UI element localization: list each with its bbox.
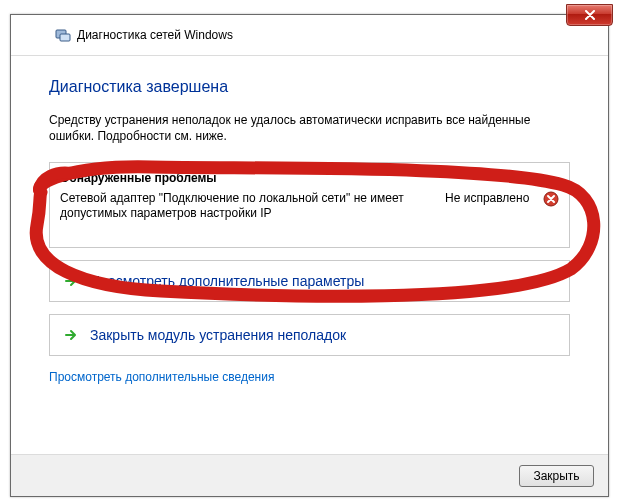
view-more-option[interactable]: Просмотреть дополнительные параметры bbox=[49, 260, 570, 302]
header-title: Диагностика сетей Windows bbox=[77, 28, 233, 42]
close-troubleshooter-option[interactable]: Закрыть модуль устранения неполадок bbox=[49, 314, 570, 356]
troubleshooter-window: Диагностика сетей Windows Диагностика за… bbox=[10, 14, 609, 497]
view-details-link[interactable]: Просмотреть дополнительные сведения bbox=[49, 370, 274, 384]
problem-status: Не исправлено bbox=[445, 191, 537, 205]
problems-panel: Обнаруженные проблемы Сетевой адаптер "П… bbox=[49, 162, 570, 248]
problem-description: Сетевой адаптер "Подключение по локально… bbox=[60, 191, 445, 221]
arrow-right-icon bbox=[62, 327, 80, 343]
svg-rect-1 bbox=[60, 34, 70, 41]
diagnostics-icon bbox=[55, 27, 71, 43]
problems-heading: Обнаруженные проблемы bbox=[60, 171, 559, 185]
content-area: Диагностика завершена Средству устранени… bbox=[11, 56, 608, 454]
footer-bar: Закрыть bbox=[11, 454, 608, 496]
view-more-label: Просмотреть дополнительные параметры bbox=[90, 273, 364, 289]
page-title: Диагностика завершена bbox=[49, 78, 570, 96]
close-button[interactable]: Закрыть bbox=[519, 465, 594, 487]
header-bar: Диагностика сетей Windows bbox=[11, 15, 608, 56]
arrow-right-icon bbox=[62, 273, 80, 289]
error-icon bbox=[543, 191, 559, 207]
close-troubleshooter-label: Закрыть модуль устранения неполадок bbox=[90, 327, 346, 343]
problem-row: Сетевой адаптер "Подключение по локально… bbox=[60, 191, 559, 221]
intro-text: Средству устранения неполадок не удалось… bbox=[49, 112, 570, 144]
